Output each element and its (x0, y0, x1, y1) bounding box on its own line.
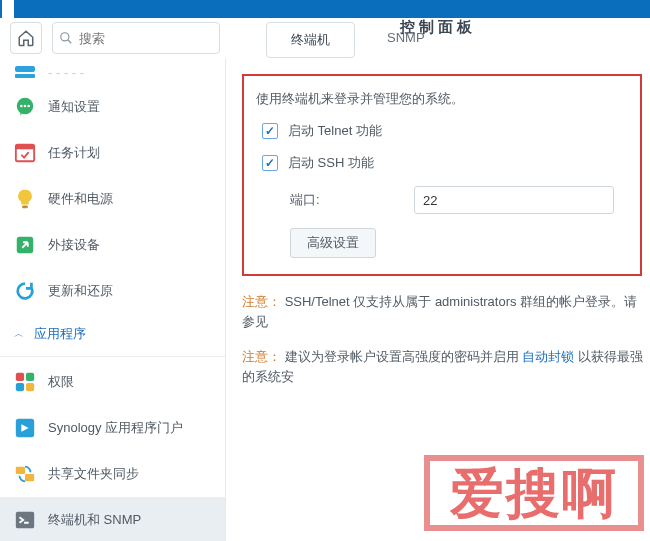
regional-icon (14, 61, 36, 83)
svg-rect-15 (26, 383, 34, 391)
ssh-row[interactable]: ✓ 启动 SSH 功能 (262, 154, 628, 172)
sidebar-item-label: 外接设备 (48, 236, 100, 254)
tab-terminal[interactable]: 终端机 (266, 22, 355, 58)
svg-rect-9 (16, 145, 34, 150)
grid-icon (14, 371, 36, 393)
svg-point-7 (27, 105, 30, 108)
sidebar-item-terminal-snmp[interactable]: 终端机和 SNMP (0, 497, 225, 541)
external-icon (14, 234, 36, 256)
telnet-row[interactable]: ✓ 启动 Telnet 功能 (262, 122, 628, 140)
svg-rect-12 (16, 373, 24, 381)
search-icon (59, 31, 73, 45)
window-titlebar (0, 0, 650, 18)
note-body: SSH/Telnet 仅支持从属于 administrators 群组的帐户登录… (242, 294, 637, 329)
sidebar-item-label: 更新和还原 (48, 282, 113, 300)
search-input-wrap[interactable] (52, 22, 220, 54)
sidebar-item-hardware-power[interactable]: 硬件和电源 (0, 176, 225, 222)
panel-description: 使用终端机来登录并管理您的系统。 (256, 90, 628, 108)
terminal-icon (14, 509, 36, 531)
sidebar-item-label: 硬件和电源 (48, 190, 113, 208)
sidebar-item-label: 权限 (48, 373, 74, 391)
sidebar-item-label: 终端机和 SNMP (48, 511, 141, 529)
sidebar: - - - - - 通知设置 任务计划 硬件和电源 外接设备 (0, 58, 226, 541)
note-prefix: 注意： (242, 294, 281, 309)
calendar-icon (14, 142, 36, 164)
note-2: 注意： 建议为登录帐户设置高强度的密码并启用 自动封锁 以获得最强的系统安 (242, 347, 650, 386)
home-button[interactable] (10, 22, 42, 54)
svg-point-5 (20, 105, 23, 108)
port-label: 端口: (290, 191, 414, 209)
sidebar-item-label: Synology 应用程序门户 (48, 419, 183, 437)
tab-snmp[interactable]: SNMP (363, 22, 449, 58)
divider (0, 356, 225, 357)
sidebar-item-label: 通知设置 (48, 98, 100, 116)
svg-rect-3 (15, 74, 35, 78)
svg-point-0 (61, 33, 69, 41)
svg-line-1 (68, 40, 72, 44)
svg-rect-10 (22, 205, 28, 208)
refresh-icon (14, 280, 36, 302)
sidebar-item-shared-folder-sync[interactable]: 共享文件夹同步 (0, 451, 225, 497)
svg-rect-2 (15, 66, 35, 72)
advanced-settings-button[interactable]: 高级设置 (290, 228, 376, 258)
note-1: 注意： SSH/Telnet 仅支持从属于 administrators 群组的… (242, 292, 650, 331)
sidebar-item-label: - - - - - (48, 65, 84, 80)
watermark: 爱搜啊 (424, 455, 644, 531)
portal-icon (14, 417, 36, 439)
sidebar-item-app-portal[interactable]: Synology 应用程序门户 (0, 405, 225, 451)
highlighted-region: 使用终端机来登录并管理您的系统。 ✓ 启动 Telnet 功能 ✓ 启动 SSH… (242, 74, 642, 276)
note-body-a: 建议为登录帐户设置高强度的密码并启用 (285, 349, 523, 364)
sidebar-item-external-devices[interactable]: 外接设备 (0, 222, 225, 268)
svg-rect-18 (25, 474, 34, 481)
svg-rect-17 (16, 467, 25, 474)
sidebar-item-label: 任务计划 (48, 144, 100, 162)
svg-rect-19 (16, 512, 34, 529)
checkbox-checked-icon[interactable]: ✓ (262, 123, 278, 139)
svg-rect-13 (26, 373, 34, 381)
sidebar-item-label: 共享文件夹同步 (48, 465, 139, 483)
chat-icon (14, 96, 36, 118)
sidebar-item-update-restore[interactable]: 更新和还原 (0, 268, 225, 314)
titlebar-icon (2, 0, 14, 18)
tab-bar: 终端机 SNMP (266, 22, 650, 58)
svg-point-6 (24, 105, 27, 108)
sidebar-item-privileges[interactable]: 权限 (0, 359, 225, 405)
ssh-label: 启动 SSH 功能 (288, 154, 374, 172)
sidebar-section-apps[interactable]: ︿ 应用程序 (0, 314, 225, 354)
svg-rect-14 (16, 383, 24, 391)
sync-icon (14, 463, 36, 485)
port-input[interactable] (414, 186, 614, 214)
sidebar-item-truncated[interactable]: - - - - - (0, 60, 225, 84)
auto-block-link[interactable]: 自动封锁 (522, 349, 574, 364)
home-icon (17, 29, 35, 47)
sidebar-section-label: 应用程序 (34, 325, 86, 343)
checkbox-checked-icon[interactable]: ✓ (262, 155, 278, 171)
note-prefix: 注意： (242, 349, 281, 364)
search-input[interactable] (79, 31, 213, 46)
sidebar-item-notification[interactable]: 通知设置 (0, 84, 225, 130)
bulb-icon (14, 188, 36, 210)
chevron-up-icon: ︿ (14, 327, 24, 341)
telnet-label: 启动 Telnet 功能 (288, 122, 382, 140)
sidebar-item-task-scheduler[interactable]: 任务计划 (0, 130, 225, 176)
